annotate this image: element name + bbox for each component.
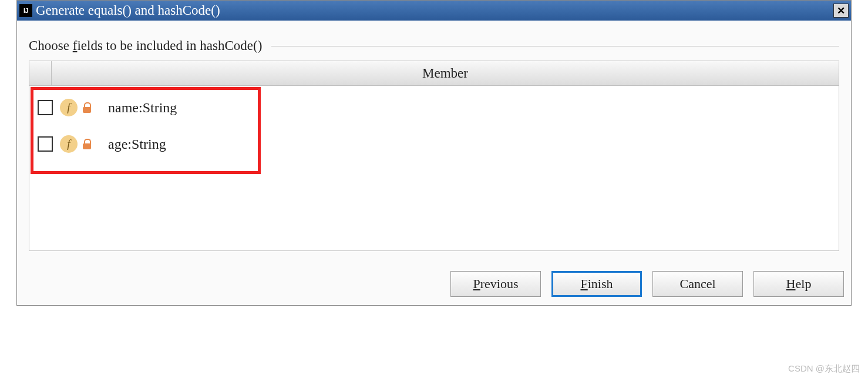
help-button[interactable]: Help	[753, 271, 844, 297]
table-row[interactable]: f age:String	[29, 126, 839, 162]
field-icon: f	[60, 99, 78, 116]
section-divider	[271, 46, 839, 46]
section-label-prefix: Choose	[29, 38, 73, 53]
field-icon: f	[60, 135, 78, 153]
cancel-label: Cancel	[679, 276, 715, 292]
member-table: Member f name:String f age:String	[29, 61, 839, 251]
previous-rest: revious	[480, 276, 519, 291]
section-label-rest: ields to be included in hashCode()	[77, 38, 262, 53]
previous-mnemonic: P	[473, 276, 480, 291]
lock-icon	[82, 139, 92, 149]
finish-mnemonic: F	[580, 276, 587, 291]
cancel-button[interactable]: Cancel	[652, 271, 743, 297]
title-bar: IJ Generate equals() and hashCode() ✕	[17, 1, 851, 21]
dialog-body: Choose fields to be included in hashCode…	[17, 21, 851, 263]
field-checkbox[interactable]	[38, 100, 53, 115]
help-rest: elp	[796, 276, 812, 291]
field-checkbox[interactable]	[38, 136, 53, 152]
member-column-header: Member	[52, 61, 839, 85]
lock-icon	[82, 102, 92, 113]
member-table-header: Member	[29, 61, 839, 86]
field-label: age:String	[108, 136, 166, 152]
button-row: Previous Finish Cancel Help	[17, 263, 851, 305]
close-icon: ✕	[837, 5, 845, 17]
previous-button[interactable]: Previous	[450, 271, 541, 297]
close-button[interactable]: ✕	[833, 4, 849, 18]
dialog-window: IJ Generate equals() and hashCode() ✕ Ch…	[16, 0, 852, 306]
dialog-title: Generate equals() and hashCode()	[36, 3, 833, 18]
field-label: name:String	[108, 100, 177, 116]
finish-rest: inish	[588, 276, 613, 291]
app-icon: IJ	[19, 4, 32, 17]
member-table-body: f name:String f age:String	[29, 86, 839, 250]
table-row[interactable]: f name:String	[29, 89, 839, 126]
help-mnemonic: H	[786, 276, 796, 291]
header-spacer	[29, 61, 52, 85]
section-label: Choose fields to be included in hashCode…	[29, 38, 839, 53]
finish-button[interactable]: Finish	[551, 271, 642, 297]
